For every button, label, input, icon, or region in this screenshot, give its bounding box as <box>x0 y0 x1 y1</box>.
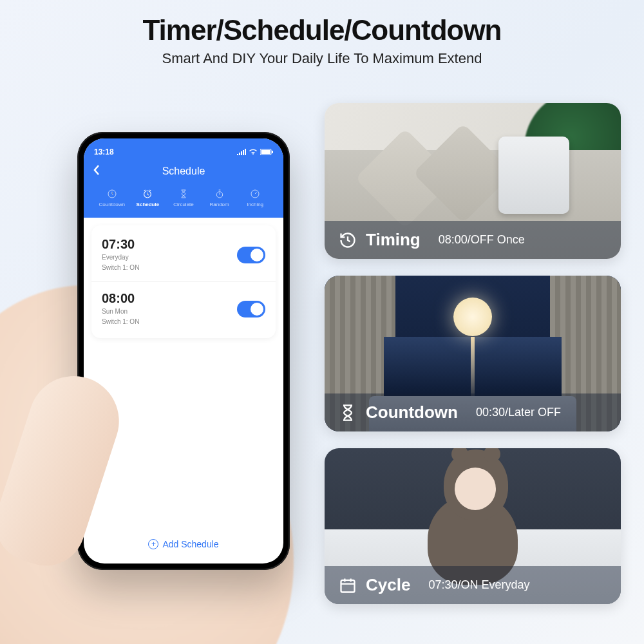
scene-countdown: Countdown 00:30/Later OFF <box>325 276 621 431</box>
status-time: 13:18 <box>94 147 114 156</box>
signal-icon <box>237 149 246 155</box>
svg-rect-1 <box>261 150 270 155</box>
schedule-toggle[interactable] <box>237 301 265 317</box>
phone-screen: 13:18 Schedule Countdown <box>84 138 283 564</box>
battery-icon <box>260 149 273 155</box>
clock-history-icon <box>339 231 357 249</box>
alarm-icon <box>142 189 153 199</box>
schedule-repeat: Everyday <box>102 253 139 262</box>
tab-label: Circulate <box>173 202 194 207</box>
scene-label: Countdown <box>366 402 458 422</box>
tab-random[interactable]: Random <box>202 189 238 207</box>
clock-icon <box>107 189 117 199</box>
tab-label: Countdown <box>99 202 125 207</box>
scene-cycle: Cycle 07:30/ON Everyday <box>325 448 621 604</box>
add-schedule-button[interactable]: + Add Schedule <box>84 539 283 549</box>
schedule-switch: Switch 1: ON <box>102 263 139 272</box>
schedule-switch: Switch 1: ON <box>102 317 139 327</box>
scene-timing: Timing 08:00/OFF Once <box>325 103 621 259</box>
scene-label: Timing <box>366 230 421 250</box>
svg-rect-2 <box>272 151 273 153</box>
schedule-row[interactable]: 07:30 Everyday Switch 1: ON <box>91 228 276 281</box>
phone-frame: 13:18 Schedule Countdown <box>77 132 290 570</box>
tab-circulate[interactable]: Circulate <box>166 189 202 207</box>
schedule-list: 07:30 Everyday Switch 1: ON 08:00 Sun Mo… <box>91 225 276 338</box>
hourglass-icon <box>178 189 189 199</box>
schedule-time: 08:00 <box>102 291 139 306</box>
chevron-left-icon <box>93 164 100 176</box>
schedule-row[interactable]: 08:00 Sun Mon Switch 1: ON <box>91 281 276 336</box>
tab-label: Random <box>209 202 229 207</box>
scene-value: 08:00/OFF Once <box>439 233 525 247</box>
hero-subtitle: Smart And DIY Your Daily Life To Maximum… <box>0 50 644 67</box>
scene-label: Cycle <box>366 575 410 595</box>
mode-tabs: Countdown Schedule Circulate Random Inch… <box>93 189 274 211</box>
timer-icon <box>250 189 260 199</box>
tab-inching[interactable]: Inching <box>237 189 273 207</box>
scene-value: 07:30/ON Everyday <box>428 578 529 592</box>
calendar-icon <box>339 576 357 594</box>
scene-value: 00:30/Later OFF <box>476 406 561 419</box>
tab-label: Schedule <box>137 202 160 207</box>
status-icons <box>237 147 273 156</box>
tab-label: Inching <box>247 202 263 207</box>
app-header: 13:18 Schedule Countdown <box>84 138 283 218</box>
stopwatch-icon <box>214 189 225 199</box>
tab-countdown[interactable]: Countdown <box>94 189 130 207</box>
add-label: Add Schedule <box>162 539 218 549</box>
back-button[interactable] <box>93 164 100 179</box>
hero-title: Timer/Schedule/Countdown <box>0 14 644 46</box>
schedule-repeat: Sun Mon <box>102 307 139 316</box>
schedule-time: 07:30 <box>102 237 139 252</box>
tab-schedule[interactable]: Schedule <box>130 189 166 207</box>
header-title: Schedule <box>93 166 274 177</box>
wifi-icon <box>249 149 258 155</box>
plus-icon: + <box>148 539 158 549</box>
svg-rect-7 <box>341 580 355 592</box>
hourglass-icon <box>339 404 357 422</box>
schedule-toggle[interactable] <box>237 247 265 263</box>
